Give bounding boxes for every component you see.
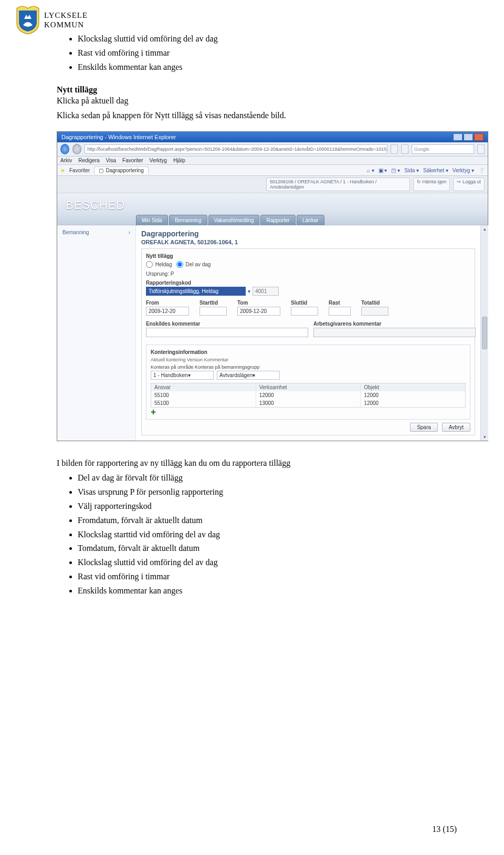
nytt-tillagg-panel: Nytt tillägg Heldag Del av dag Ursprung:… <box>141 248 475 435</box>
scroll-up-icon[interactable]: ▴ <box>484 225 486 233</box>
print-icon[interactable]: ◳ ▾ <box>391 168 400 173</box>
col-verksamhet: Verksamhet <box>256 383 361 391</box>
brand-logo: BESCHED <box>66 199 125 212</box>
kontering-sel-label: Konteras på område Konteras på bemanning… <box>151 364 466 370</box>
window-titlebar: Dagrapportering - Windows Internet Explo… <box>57 132 488 142</box>
sluttid-label: Sluttid <box>291 300 318 306</box>
enskild-kommentar-input[interactable] <box>146 328 308 337</box>
favorites-bar: ★ Favoriter ▢ Dagrapportering ⌂ ▾ ▣ ▾ ◳ … <box>57 165 488 176</box>
list-item: Enskilds kommentar kan anges <box>78 61 457 74</box>
help-icon[interactable]: ❔ <box>478 168 485 173</box>
button-row: Spara Avbryt <box>146 423 470 432</box>
browser-tab[interactable]: ▢ Dagrapportering <box>94 166 148 174</box>
url-input[interactable]: http://localhost/beschedWeb/DagRapport.a… <box>85 144 387 154</box>
omrade-select[interactable]: 1 - Handboken ▾ <box>151 371 214 380</box>
starttid-input[interactable] <box>200 307 227 316</box>
feed-icon[interactable]: ▣ ▾ <box>379 168 387 173</box>
tom-date-input[interactable]: 2009-12-20 <box>237 307 280 316</box>
kontering-panel: Konteringsinformation Aktuell kontering … <box>146 345 470 420</box>
from-label: From <box>146 300 189 306</box>
tab-vakans[interactable]: Vakansfömedling <box>208 215 260 225</box>
bullet-list-2: Del av dag är förvalt för tillägg Visas … <box>47 472 457 597</box>
rapkod-label: Rapporteringskod <box>146 280 470 286</box>
tab-min-sida[interactable]: Min Sida <box>136 215 168 225</box>
page-menu[interactable]: Sida ▾ <box>404 168 419 173</box>
bullet-list-1: Klockslag sluttid vid omföring del av da… <box>47 33 457 74</box>
screenshot: Dagrapportering - Windows Internet Explo… <box>57 131 488 441</box>
chevron-right-icon: › <box>129 230 130 235</box>
home-icon[interactable]: ⌂ ▾ <box>367 168 374 173</box>
tools-menu[interactable]: Verktyg ▾ <box>453 168 474 173</box>
arbetsgivare-kommentar-label: Arbetsgivarens kommentar <box>313 321 470 327</box>
menu-item[interactable]: Visa <box>106 158 116 163</box>
fetch-again-button[interactable]: ↻ Hämta igen <box>413 178 450 191</box>
page-subtitle: OREFALK AGNETA, 501206-1064, 1 <box>141 239 475 245</box>
list-item: Rast vid omföring i timmar <box>78 570 457 583</box>
brand-row: BESCHED Min Sida Bemanning Vakansfömedli… <box>57 193 488 225</box>
nav-back-icon[interactable] <box>60 144 69 154</box>
radio-heldag[interactable]: Heldag <box>146 262 172 267</box>
min-button[interactable] <box>453 133 463 141</box>
scroll-down-icon[interactable]: ▾ <box>484 433 486 441</box>
rast-input[interactable] <box>329 307 351 316</box>
search-go-icon[interactable] <box>477 144 485 154</box>
col-objekt: Objekt <box>361 383 465 391</box>
logo-line1: LYCKSELE <box>44 11 88 20</box>
bemgrupp-select[interactable]: Avtvardslägen ▾ <box>217 371 280 380</box>
search-input[interactable]: Google <box>412 144 474 154</box>
sluttid-input[interactable] <box>291 307 318 316</box>
ursprung-label: Ursprung: P <box>146 271 470 277</box>
menu-item[interactable]: Favoriter <box>122 158 143 163</box>
refresh-icon[interactable] <box>391 144 398 154</box>
radio-row: Heldag Del av dag <box>146 261 470 268</box>
tab-rapporter[interactable]: Rapporter <box>260 215 295 225</box>
rapkod-code: 4001 <box>253 287 279 296</box>
from-date-input[interactable]: 2009-12-20 <box>146 307 189 316</box>
max-button[interactable] <box>464 133 473 141</box>
list-item: Klockslag starttid vid omföring del av d… <box>78 528 457 541</box>
sidebar: Bemanning › <box>57 225 136 441</box>
table-row: 55100 13000 12000 <box>151 399 465 407</box>
menu-item[interactable]: Hjälp <box>173 158 185 163</box>
scroll-thumb[interactable] <box>482 317 487 349</box>
menu-item[interactable]: Verktyg <box>150 158 167 163</box>
cancel-button[interactable]: Avbryt <box>442 423 470 432</box>
tab-lankar[interactable]: Länkar <box>297 215 324 225</box>
app-area: BESCHED Min Sida Bemanning Vakansfömedli… <box>57 193 488 441</box>
logo-text: LYCKSELE KOMMUN <box>44 11 88 29</box>
rast-label: Rast <box>329 300 351 306</box>
list-item: Välj rapporteringskod <box>78 500 457 513</box>
add-row-icon[interactable]: ✚ <box>151 409 466 416</box>
list-item: Klockslag sluttid vid omföring del av da… <box>78 33 457 46</box>
scrollbar[interactable]: ▴ ▾ <box>480 225 488 441</box>
panel-legend: Nytt tillägg <box>146 253 470 259</box>
chevron-down-icon[interactable]: ▾ <box>248 288 250 294</box>
page-title: Dagrapportering <box>141 230 475 238</box>
menu-item[interactable]: Arkiv <box>60 158 72 163</box>
sidebar-item-bemanning[interactable]: Bemanning › <box>62 230 130 235</box>
logout-button[interactable]: ↪ Logga ut <box>453 178 485 191</box>
kontering-table: Ansvar Verksamhet Objekt 55100 12000 120… <box>151 383 466 408</box>
tab-label: Dagrapportering <box>106 168 143 173</box>
command-bar: ⌂ ▾ ▣ ▾ ◳ ▾ Sida ▾ Säkerhet ▾ Verktyg ▾ … <box>367 168 485 173</box>
list-item: Enskilds kommentar kan anges <box>78 585 457 598</box>
menu-item[interactable]: Redigera <box>78 158 100 163</box>
favorites-star-icon[interactable]: ★ <box>60 168 65 173</box>
list-item: Fromdatum, förvalt är aktuellt datum <box>78 514 457 527</box>
safety-menu[interactable]: Säkerhet ▾ <box>423 168 448 173</box>
save-button[interactable]: Spara <box>410 423 438 432</box>
kontering-heading: Konteringsinformation <box>151 349 466 355</box>
tab-bemanning[interactable]: Bemanning <box>169 215 207 225</box>
nav-forward-icon[interactable] <box>72 144 81 154</box>
totaltid-label: Totaltid <box>361 300 388 306</box>
stop-icon[interactable] <box>401 144 408 154</box>
radio-delavdag[interactable]: Del av dag <box>176 262 211 267</box>
arbetsgivare-kommentar-input <box>313 328 476 337</box>
page-number: 13 (15) <box>432 825 457 834</box>
rapkod-select[interactable]: Tidförskjutningstillägg, Heldag <box>146 287 246 296</box>
section-heading: Nytt tillägg <box>47 85 457 95</box>
logo: LYCKSELE KOMMUN <box>16 5 88 35</box>
totaltid-value <box>361 307 388 316</box>
close-button[interactable] <box>474 133 484 141</box>
logo-line2: KOMMUN <box>44 20 88 29</box>
